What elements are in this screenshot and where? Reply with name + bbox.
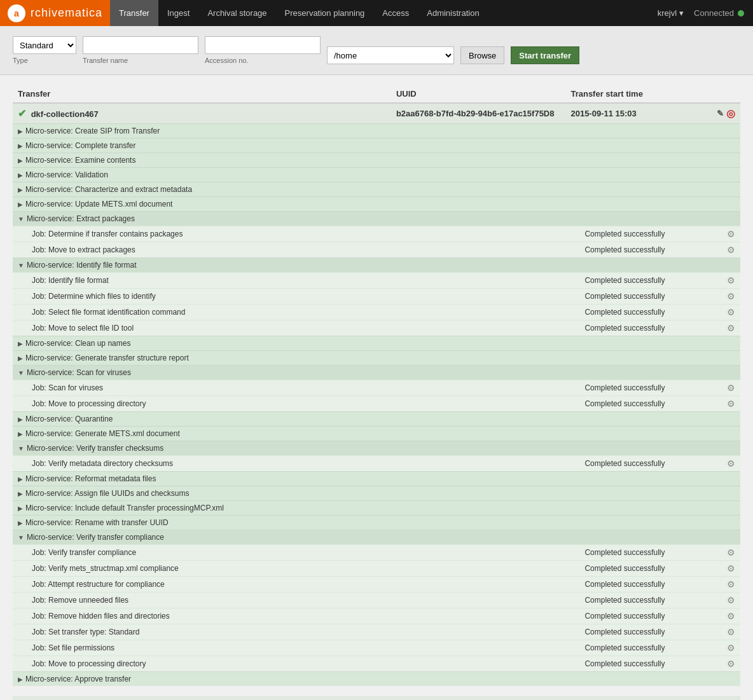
main-content: Transfer UUID Transfer start time ✔ dkf-… — [0, 75, 753, 700]
nav-archival-storage[interactable]: Archival storage — [198, 0, 275, 26]
job-row: Job: Set transfer type: Standard Complet… — [13, 624, 740, 640]
start-transfer-button[interactable]: Start transfer — [511, 46, 579, 64]
remove-icon[interactable]: ◎ — [726, 107, 735, 120]
toggle-icon[interactable]: ▶ — [18, 142, 23, 149]
transfer-name-input[interactable] — [83, 36, 198, 54]
toggle-icon[interactable]: ▶ — [18, 186, 23, 193]
microservice-label: ▼Micro-service: Scan for viruses — [13, 366, 740, 380]
transfer-start-time: 2015-09-11 15:03 — [565, 103, 682, 124]
microservice-row: ▶Micro-service: Validation — [13, 168, 740, 182]
edit-icon[interactable]: ✎ — [717, 109, 724, 118]
path-select[interactable]: /home — [327, 46, 454, 64]
toggle-icon[interactable]: ▶ — [18, 505, 23, 512]
job-label: Job: Scan for viruses — [13, 380, 391, 396]
job-actions: ⚙ — [682, 640, 740, 656]
app-name: rchivematica — [31, 6, 102, 20]
transfer-uuid: 4aae79dd-d401-4598-b90d-5793b43f7bec — [391, 696, 566, 700]
job-label: Job: Verify transfer compliance — [13, 545, 391, 561]
toggle-icon[interactable]: ▶ — [18, 340, 23, 347]
job-row: Job: Remove hidden files and directories… — [13, 608, 740, 624]
microservice-row: ▼Micro-service: Identify file format — [13, 258, 740, 273]
toggle-icon[interactable]: ▶ — [18, 201, 23, 208]
toggle-icon[interactable]: ▶ — [18, 519, 23, 526]
gear-icon[interactable]: ⚙ — [727, 307, 735, 317]
job-status: Completed successfully — [565, 456, 682, 472]
microservice-label: ▼Micro-service: Verify transfer complian… — [13, 530, 740, 545]
nav-preservation-planning[interactable]: Preservation planning — [276, 0, 374, 26]
nav-administration[interactable]: Administration — [418, 0, 488, 26]
job-status: Completed successfully — [565, 593, 682, 608]
gear-icon[interactable]: ⚙ — [727, 229, 735, 239]
job-actions: ⚙ — [682, 289, 740, 305]
gear-icon[interactable]: ⚙ — [727, 245, 735, 255]
toggle-icon[interactable]: ▶ — [18, 416, 23, 423]
toggle-icon[interactable]: ▼ — [18, 445, 24, 452]
microservice-row: ▶Micro-service: Rename with transfer UUI… — [13, 516, 740, 530]
nav-ingest[interactable]: Ingest — [158, 0, 198, 26]
job-row: Job: Determine which files to identify C… — [13, 289, 740, 305]
job-label: Job: Verify metadata directory checksums — [13, 456, 391, 472]
job-status: Completed successfully — [565, 577, 682, 593]
gear-icon[interactable]: ⚙ — [727, 611, 735, 621]
gear-icon[interactable]: ⚙ — [727, 643, 735, 653]
toggle-icon[interactable]: ▼ — [18, 262, 24, 269]
name-label: Transfer name — [83, 57, 198, 64]
toggle-icon[interactable]: ▶ — [18, 128, 23, 135]
toggle-icon[interactable]: ▶ — [18, 490, 23, 497]
gear-icon[interactable]: ⚙ — [727, 595, 735, 605]
accession-input[interactable] — [205, 36, 321, 54]
job-actions: ⚙ — [682, 380, 740, 396]
browse-button[interactable]: Browse — [460, 46, 504, 64]
nav-transfer[interactable]: Transfer — [110, 0, 158, 26]
col-actions-header — [682, 85, 740, 103]
toggle-icon[interactable]: ▼ — [18, 369, 24, 376]
logo-icon: a — [8, 4, 25, 22]
job-status: Completed successfully — [565, 396, 682, 412]
toggle-icon[interactable]: ▶ — [18, 172, 23, 179]
job-label: Job: Select file format identification c… — [13, 305, 391, 320]
toggle-icon[interactable]: ▼ — [18, 534, 24, 541]
gear-icon[interactable]: ⚙ — [727, 383, 735, 393]
job-label: Job: Set file permissions — [13, 640, 391, 656]
toggle-icon[interactable]: ▶ — [18, 476, 23, 483]
type-label: Type — [13, 57, 76, 64]
toggle-icon[interactable]: ▶ — [18, 430, 23, 437]
microservice-label: ▼Micro-service: Identify file format — [13, 258, 740, 273]
gear-icon[interactable]: ⚙ — [727, 323, 735, 333]
username-label: krejvl — [658, 8, 677, 18]
job-row: Job: Identify file format Completed succ… — [13, 273, 740, 289]
type-select[interactable]: Standard — [13, 36, 76, 54]
gear-icon[interactable]: ⚙ — [727, 458, 735, 469]
microservice-label: ▶Micro-service: Clean up names — [13, 336, 740, 351]
job-row: Job: Remove unneeded files Completed suc… — [13, 593, 740, 608]
job-status: Completed successfully — [565, 242, 682, 258]
microservice-label: ▼Micro-service: Verify transfer checksum… — [13, 441, 740, 456]
user-menu[interactable]: krejvl ▾ — [651, 8, 690, 18]
toggle-icon[interactable]: ▶ — [18, 355, 23, 362]
job-actions: ⚙ — [682, 273, 740, 289]
toggle-icon[interactable]: ▶ — [18, 157, 23, 164]
accession-label: Accession no. — [205, 57, 321, 64]
gear-icon[interactable]: ⚙ — [727, 291, 735, 301]
gear-icon[interactable]: ⚙ — [727, 547, 735, 558]
job-row: Job: Attempt restructure for compliance … — [13, 577, 740, 593]
toggle-icon[interactable]: ▶ — [18, 676, 23, 683]
microservice-label: ▶Micro-service: Reformat metadata files — [13, 472, 740, 486]
job-status: Completed successfully — [565, 305, 682, 320]
gear-icon[interactable]: ⚙ — [727, 563, 735, 573]
gear-icon[interactable]: ⚙ — [727, 579, 735, 589]
gear-icon[interactable]: ⚙ — [727, 275, 735, 285]
gear-icon[interactable]: ⚙ — [727, 659, 735, 669]
job-actions: ⚙ — [682, 545, 740, 561]
job-actions: ⚙ — [682, 320, 740, 336]
microservice-label: ▶Micro-service: Approve transfer — [13, 672, 740, 687]
type-group: Standard Type — [13, 36, 76, 64]
job-label: Job: Remove unneeded files — [13, 593, 391, 608]
nav-access[interactable]: Access — [373, 0, 418, 26]
transfer-form: Standard Type Transfer name Accession no… — [0, 26, 753, 75]
gear-icon[interactable]: ⚙ — [727, 627, 735, 637]
microservice-row: ▶Micro-service: Characterize and extract… — [13, 182, 740, 197]
toggle-icon[interactable]: ▼ — [18, 216, 24, 223]
gear-icon[interactable]: ⚙ — [727, 399, 735, 409]
microservice-row: ▶Micro-service: Examine contents — [13, 153, 740, 168]
